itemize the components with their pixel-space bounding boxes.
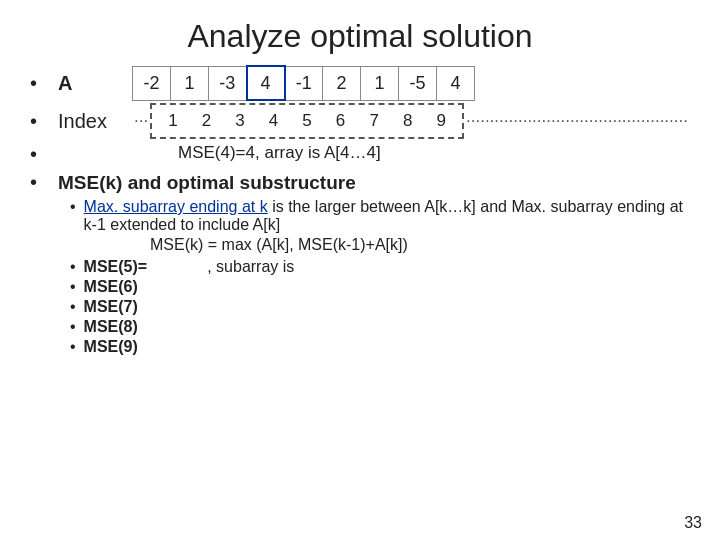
sub-item-mse5: • MSE(5)= , subarray is bbox=[70, 258, 690, 276]
index-cell-3: 4 bbox=[257, 107, 291, 135]
bullet-2: • bbox=[30, 110, 48, 133]
sub-1-underline: Max. subarray ending at k bbox=[84, 198, 268, 215]
mse9-label: MSE(9) bbox=[84, 338, 138, 356]
sub-item-mse9: • MSE(9) bbox=[70, 338, 690, 356]
dots-left: ··· bbox=[134, 111, 148, 131]
index-cell-0: 1 bbox=[156, 107, 190, 135]
index-cell-2: 3 bbox=[223, 107, 257, 135]
index-cell-6: 7 bbox=[357, 107, 391, 135]
sub-item-1: • Max. subarray ending at k is the large… bbox=[70, 198, 690, 234]
sub-item-mse7: • MSE(7) bbox=[70, 298, 690, 316]
array-cell-8: 4 bbox=[437, 66, 475, 100]
array-visual: -21-34-121-54 bbox=[132, 65, 475, 101]
array-cell-2: -3 bbox=[209, 66, 247, 100]
array-cell-0: -2 bbox=[133, 66, 171, 100]
index-visual: ··· 123456789 ··························… bbox=[132, 103, 690, 139]
array-cell-5: 2 bbox=[323, 66, 361, 100]
index-cell-4: 5 bbox=[290, 107, 324, 135]
bullet-1: • bbox=[30, 72, 48, 95]
array-label: A bbox=[58, 72, 118, 95]
array-cell-3: 4 bbox=[247, 66, 285, 100]
sub-item-mse6: • MSE(6) bbox=[70, 278, 690, 296]
array-cell-4: -1 bbox=[285, 66, 323, 100]
mse5-label: MSE(5)= bbox=[84, 258, 148, 276]
index-cell-8: 9 bbox=[424, 107, 458, 135]
array-cell-6: 1 bbox=[361, 66, 399, 100]
mse5-suffix: , subarray is bbox=[207, 258, 294, 276]
mse6-label: MSE(6) bbox=[84, 278, 138, 296]
sub-item-mse8: • MSE(8) bbox=[70, 318, 690, 336]
index-cell-5: 6 bbox=[324, 107, 358, 135]
mse8-label: MSE(8) bbox=[84, 318, 138, 336]
mse-note: MSE(4)=4, array is A[4…4] bbox=[178, 143, 381, 163]
mse-main-label: MSE(k) and optimal substructure bbox=[58, 172, 356, 194]
bullet-4: • bbox=[30, 171, 48, 194]
bullet-3: • bbox=[30, 143, 48, 166]
dots-right: ········································… bbox=[466, 111, 688, 131]
index-cell-1: 2 bbox=[190, 107, 224, 135]
array-cell-7: -5 bbox=[399, 66, 437, 100]
index-cell-7: 8 bbox=[391, 107, 425, 135]
array-cell-1: 1 bbox=[171, 66, 209, 100]
page-title: Analyze optimal solution bbox=[0, 0, 720, 65]
index-label: Index bbox=[58, 110, 118, 133]
page-number: 33 bbox=[684, 514, 702, 532]
formula: MSE(k) = max (A[k], MSE(k-1)+A[k]) bbox=[150, 236, 690, 254]
mse7-label: MSE(7) bbox=[84, 298, 138, 316]
